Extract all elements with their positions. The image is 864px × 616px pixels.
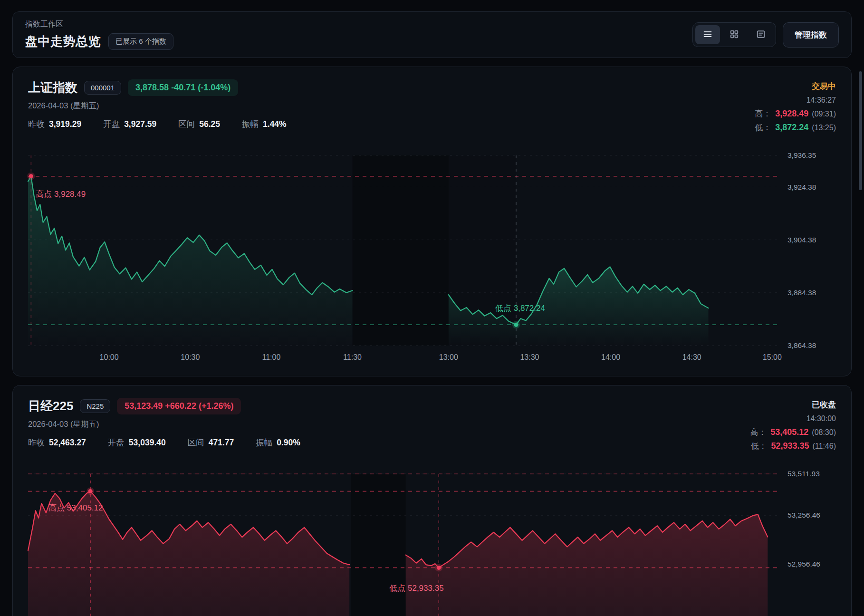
chart-annotation: 高点 53,405.12 [48,502,103,513]
index-quote-pill: 3,878.58 -40.71 (-1.04%) [128,79,238,96]
view-mode-toggle [692,22,776,47]
y-axis-label: 3,884.38 [787,289,816,297]
stats-row: 昨收3,919.29 开盘3,927.59 区间56.25 振幅1.44% [28,117,287,131]
y-axis-label: 3,924.38 [787,183,816,192]
index-card-n225: 日经225 N225 53,123.49 +660.22 (+1.26%) 20… [12,385,852,616]
chart-annotation: 高点 3,928.49 [36,189,86,200]
chart-area: 高点 3,928.49低点 3,872.24 10:0010:3011:0011… [28,155,836,366]
y-axis: 53,511.9353,256.4652,956.46 [779,474,836,616]
x-axis-label: 14:00 [601,353,620,362]
x-axis-label: 13:30 [520,353,539,362]
index-quote-pill: 53,123.49 +660.22 (+1.26%) [117,398,241,414]
workspace-header-actions: 管理指数 [692,22,839,48]
intraday-chart-sse: 高点 3,928.49低点 3,872.24 [28,155,779,346]
y-axis-label: 3,904.38 [787,236,816,244]
y-axis-label: 3,864.38 [787,341,816,350]
grid-view-button[interactable] [722,25,747,44]
day-high: 高：53,405.12(08:30) [679,425,836,439]
x-axis-label: 11:30 [343,353,362,362]
intraday-chart-n225: 高点 53,405.12低点 52,933.35 [28,474,779,616]
quote-time: 14:36:27 [679,93,836,107]
card-head-left: 上证指数 000001 3,878.58 -40.71 (-1.04%) 202… [28,79,287,131]
index-name: 日经225 [28,398,73,414]
manage-indices-button[interactable]: 管理指数 [783,22,839,48]
scrollbar-thumb[interactable] [859,71,862,190]
stat-open: 开盘3,927.59 [103,117,156,131]
chart-area: 高点 53,405.12低点 52,933.35 53,511.9353,256… [28,474,836,616]
workspace-header-left: 指数工作区 盘中走势总览 已展示 6 个指数 [25,19,173,50]
stat-range: 区间56.25 [178,117,220,131]
stat-prev-close: 昨收3,919.29 [28,117,81,131]
y-axis-label: 53,256.46 [787,511,820,520]
index-card-sse: 上证指数 000001 3,878.58 -40.71 (-1.04%) 202… [12,67,852,376]
grid-view-icon [730,29,739,40]
displayed-count-badge: 已展示 6 个指数 [108,33,173,50]
market-status: 交易中 [679,79,836,93]
news-view-button[interactable] [749,25,773,44]
news-view-icon [756,29,766,40]
stat-amplitude: 振幅1.44% [242,117,287,131]
x-axis-label: 10:00 [100,353,119,362]
day-low: 低：52,933.35(11:46) [679,439,836,453]
page-title: 盘中走势总览 [25,33,101,50]
quote-time: 14:30:00 [679,412,836,425]
index-workspace-page: 指数工作区 盘中走势总览 已展示 6 个指数 [0,0,864,616]
y-axis-label: 53,511.93 [787,470,820,478]
trade-date: 2026-04-03 (星期五) [28,101,287,111]
day-high: 高：3,928.49(09:31) [679,107,836,121]
y-axis-label: 52,956.46 [787,560,820,568]
card-head-right: 已收盘 14:30:00 高：53,405.12(08:30) 低：52,933… [679,398,836,453]
card-head-left: 日经225 N225 53,123.49 +660.22 (+1.26%) 20… [28,398,300,450]
y-axis-label: 3,936.35 [787,151,816,160]
market-status: 已收盘 [679,398,836,412]
y-axis: 3,936.353,924.383,904.383,884.383,864.38 [779,155,836,366]
x-axis: 10:0010:3011:0011:3013:0013:3014:0014:30… [28,349,779,366]
index-code-pill: N225 [80,399,110,413]
index-name: 上证指数 [28,79,77,96]
stat-range: 区间471.77 [188,435,234,450]
stat-open: 开盘53,039.40 [108,435,166,450]
chart-annotation: 低点 52,933.35 [389,583,443,594]
stats-row: 昨收52,463.27 开盘53,039.40 区间471.77 振幅0.90% [28,435,300,450]
workspace-eyebrow: 指数工作区 [25,19,173,29]
day-low: 低：3,872.24(13:25) [679,121,836,135]
stat-amplitude: 振幅0.90% [256,435,300,450]
x-axis-label: 14:30 [682,353,701,362]
list-view-button[interactable] [695,25,720,44]
list-view-icon [703,29,712,40]
index-code-pill: 000001 [84,81,121,95]
x-axis-label: 11:00 [262,353,280,362]
stat-prev-close: 昨收52,463.27 [28,435,86,450]
chart-annotation: 低点 3,872.24 [495,303,545,314]
workspace-header: 指数工作区 盘中走势总览 已展示 6 个指数 [12,11,852,58]
x-axis-label: 13:00 [439,353,458,362]
x-axis-label: 10:30 [181,353,200,362]
card-head-right: 交易中 14:36:27 高：3,928.49(09:31) 低：3,872.2… [679,79,836,135]
trade-date: 2026-04-03 (星期五) [28,419,300,430]
